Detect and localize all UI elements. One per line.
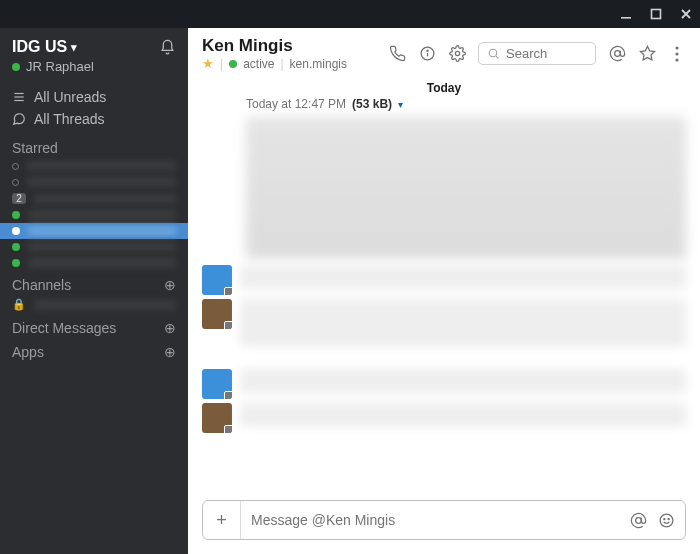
- add-channel-icon[interactable]: ⊕: [164, 277, 176, 293]
- presence-online-icon: [12, 63, 20, 71]
- add-dm-icon[interactable]: ⊕: [164, 320, 176, 336]
- avatar[interactable]: [202, 299, 232, 329]
- svg-point-16: [635, 517, 641, 523]
- conversation-title: Ken Mingis: [202, 36, 378, 56]
- starred-item[interactable]: [0, 158, 188, 174]
- message-text: [240, 403, 686, 427]
- svg-marker-12: [640, 46, 654, 59]
- more-icon[interactable]: [668, 45, 686, 63]
- star-outline-icon[interactable]: [638, 45, 656, 63]
- search-input[interactable]: [506, 46, 587, 61]
- apps-section-header[interactable]: Apps ⊕: [0, 338, 188, 362]
- avatar[interactable]: [202, 403, 232, 433]
- workspace-switcher[interactable]: IDG US ▾: [12, 38, 94, 56]
- presence-online-icon: [12, 227, 20, 235]
- svg-line-10: [496, 56, 498, 58]
- attach-button[interactable]: +: [203, 501, 241, 539]
- all-threads-label: All Threads: [34, 111, 105, 127]
- emoji-icon[interactable]: [657, 511, 675, 529]
- at-icon[interactable]: [608, 45, 626, 63]
- message-list[interactable]: Today Today at 12:47 PM (53 kB) ▾: [188, 77, 700, 490]
- unread-badge: 2: [12, 193, 26, 204]
- current-user[interactable]: JR Raphael: [12, 59, 94, 74]
- starred-item[interactable]: 2: [0, 190, 188, 207]
- presence-online-icon: [12, 259, 20, 267]
- image-attachment[interactable]: [246, 117, 686, 259]
- presence-online-icon: [12, 211, 20, 219]
- file-size: (53 kB): [352, 97, 392, 111]
- star-filled-icon[interactable]: ★: [202, 56, 214, 71]
- status-mini-icon: [224, 321, 232, 329]
- dms-section-header[interactable]: Direct Messages ⊕: [0, 314, 188, 338]
- caret-down-icon: ▾: [398, 99, 403, 110]
- presence-online-icon: [229, 60, 237, 68]
- svg-point-17: [660, 514, 673, 527]
- message-text: [240, 299, 686, 347]
- message-text: [240, 265, 686, 289]
- file-time: Today at 12:47 PM: [246, 97, 346, 111]
- status-mini-icon: [224, 425, 232, 433]
- message-row: [202, 367, 686, 401]
- status-mini-icon: [224, 287, 232, 295]
- channels-section-header[interactable]: Channels ⊕: [0, 271, 188, 295]
- lock-icon: 🔒: [12, 298, 26, 311]
- current-user-name: JR Raphael: [26, 59, 94, 74]
- svg-point-19: [668, 518, 669, 519]
- file-attachment-meta[interactable]: Today at 12:47 PM (53 kB) ▾: [202, 97, 686, 111]
- presence-away-icon: [12, 179, 19, 186]
- svg-point-13: [675, 46, 678, 49]
- svg-point-18: [663, 518, 664, 519]
- conversation-pane: Ken Mingis ★ | active | ken.mingis: [188, 28, 700, 554]
- svg-point-9: [489, 49, 497, 57]
- chevron-down-icon: ▾: [71, 41, 77, 54]
- gear-icon[interactable]: [448, 45, 466, 63]
- message-text: [240, 369, 686, 393]
- all-threads[interactable]: All Threads: [0, 108, 188, 130]
- message-composer: +: [202, 500, 686, 540]
- starred-item[interactable]: [0, 239, 188, 255]
- svg-rect-1: [652, 10, 661, 19]
- svg-point-15: [675, 58, 678, 61]
- message-row: [202, 401, 686, 435]
- info-icon[interactable]: [418, 45, 436, 63]
- sidebar: IDG US ▾ JR Raphael All Unreads: [0, 28, 188, 554]
- status-word: active: [243, 57, 274, 71]
- starred-item[interactable]: [0, 174, 188, 190]
- all-unreads[interactable]: All Unreads: [0, 86, 188, 108]
- workspace-name: IDG US: [12, 38, 67, 56]
- presence-dnd-icon: [12, 243, 20, 251]
- avatar[interactable]: [202, 265, 232, 295]
- message-row: [202, 297, 686, 349]
- all-unreads-label: All Unreads: [34, 89, 106, 105]
- svg-point-8: [455, 51, 459, 55]
- starred-item[interactable]: [0, 255, 188, 271]
- svg-point-7: [426, 50, 427, 51]
- svg-rect-0: [621, 17, 631, 19]
- starred-item-active[interactable]: [0, 223, 188, 239]
- phone-icon[interactable]: [388, 45, 406, 63]
- avatar[interactable]: [202, 369, 232, 399]
- conversation-header: Ken Mingis ★ | active | ken.mingis: [188, 28, 700, 77]
- mention-icon[interactable]: [629, 511, 647, 529]
- bell-icon[interactable]: [158, 38, 176, 56]
- status-mini-icon: [224, 391, 232, 399]
- starred-section-header[interactable]: Starred: [0, 134, 188, 158]
- channel-item[interactable]: 🔒: [0, 295, 188, 314]
- message-row: [202, 263, 686, 297]
- search-icon: [487, 47, 500, 60]
- svg-point-11: [614, 51, 620, 57]
- username: ken.mingis: [290, 57, 347, 71]
- close-icon[interactable]: [678, 6, 694, 22]
- presence-away-icon: [12, 163, 19, 170]
- day-divider: Today: [202, 77, 686, 97]
- starred-item[interactable]: [0, 207, 188, 223]
- composer-input[interactable]: [241, 512, 629, 528]
- search-box[interactable]: [478, 42, 596, 65]
- add-app-icon[interactable]: ⊕: [164, 344, 176, 360]
- maximize-icon[interactable]: [648, 6, 664, 22]
- minimize-icon[interactable]: [618, 6, 634, 22]
- svg-point-14: [675, 52, 678, 55]
- window-titlebar: [0, 0, 700, 28]
